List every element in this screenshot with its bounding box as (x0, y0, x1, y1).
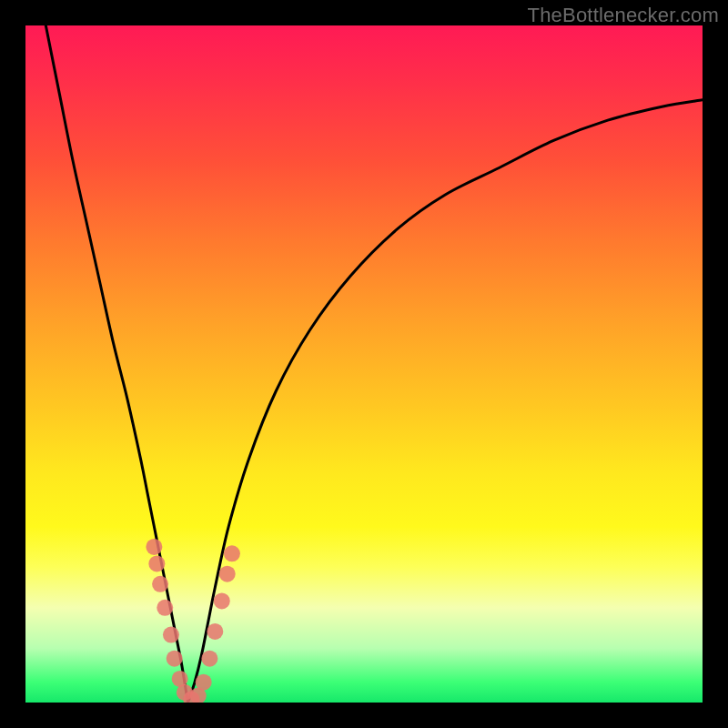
watermark-text: TheBottleneсker.com (528, 4, 719, 27)
data-marker (201, 651, 217, 667)
data-marker (163, 627, 179, 643)
chart-frame: TheBottleneсker.com (0, 0, 728, 728)
data-marker (146, 539, 162, 555)
data-marker (224, 545, 240, 561)
data-markers (146, 539, 240, 703)
data-marker (152, 576, 168, 592)
curves-layer (25, 25, 703, 703)
curve-right-branch (188, 100, 703, 703)
bottleneck-curve (46, 25, 703, 703)
data-marker (148, 555, 165, 571)
data-marker (157, 600, 173, 616)
data-marker (219, 566, 236, 582)
data-marker (207, 623, 223, 640)
plot-area (25, 25, 703, 703)
data-marker (167, 651, 183, 667)
data-marker (214, 592, 230, 609)
data-marker (196, 674, 212, 691)
